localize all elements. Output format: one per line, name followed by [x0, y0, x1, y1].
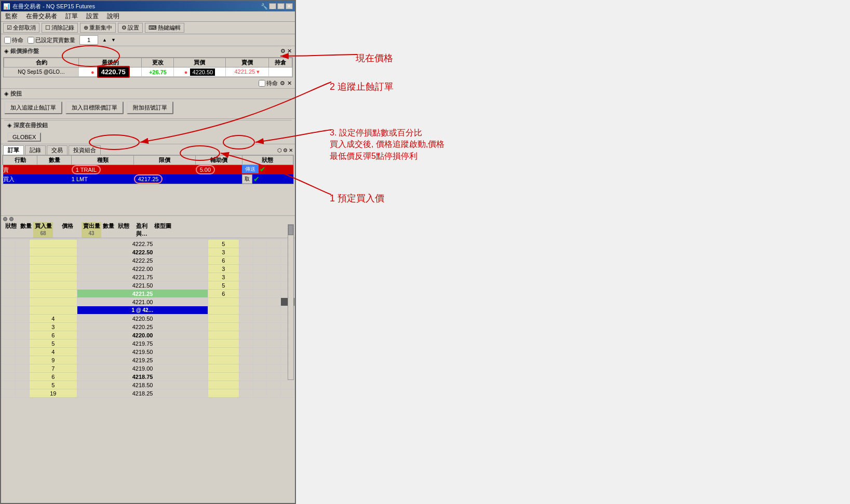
state-cell — [2, 240, 16, 248]
buy-action: 買入 — [3, 174, 37, 184]
quote-icon2[interactable]: ✕ — [287, 80, 292, 87]
ladder-row: 4222.50 3 — [2, 248, 295, 256]
qty2-cell — [239, 240, 253, 248]
settings-button[interactable]: ⚙ 設置 — [118, 23, 143, 33]
spinner-up[interactable]: ▲ — [102, 37, 107, 43]
hotkey-icon: ⌨ — [149, 24, 157, 31]
last-price-value: 4220.75 — [97, 66, 130, 78]
sell-status: 傳送 ✔ — [242, 165, 293, 173]
send-button[interactable]: 傳送 — [242, 165, 259, 173]
cancel-button[interactable]: 取 — [242, 174, 252, 184]
pnl-cell — [267, 240, 281, 248]
circle-btn-1[interactable] — [3, 217, 7, 221]
bid-value: 4220.50 — [190, 69, 215, 76]
qty-spinner[interactable] — [79, 35, 98, 45]
col-pnl-header: 盈利與… — [131, 222, 152, 238]
menu-orders[interactable]: 訂單 — [63, 12, 80, 21]
annotation-trail-stop: 2 追蹤止蝕訂單 — [330, 80, 394, 93]
deep-title: 深度在冊按鈕 — [14, 121, 48, 129]
quote-icon1[interactable]: ⚙ — [280, 80, 285, 87]
tab-trades[interactable]: 交易 — [47, 145, 68, 155]
buy-cell[interactable] — [29, 248, 77, 256]
minimize-button[interactable]: _ — [269, 3, 276, 9]
globex-button[interactable]: GLOBEX — [7, 132, 41, 142]
ladder-table: 4222.75 5 4222.50 3 — [1, 239, 295, 398]
sell-order-row: 賣 1 TRAIL 5.00 傳送 ✔ — [3, 165, 293, 175]
scrollbar[interactable] — [288, 224, 294, 380]
qty-checkbox[interactable] — [28, 37, 34, 44]
pending-checkbox[interactable] — [4, 37, 11, 44]
sell-cell[interactable]: 5 — [208, 240, 239, 248]
add-bracket-button[interactable]: 附加括號訂單 — [127, 101, 173, 114]
cancel-all-icon: ☑ — [7, 24, 12, 31]
order-tab-icon2[interactable]: ⚙ — [283, 147, 288, 153]
ladder-row: 4221.50 5 — [2, 281, 295, 290]
order-tab-icon1[interactable]: ⬡ — [277, 147, 282, 153]
buy-status: 取 ✔ — [242, 174, 293, 184]
add-target-limit-button[interactable]: 加入目標限價訂單 — [65, 101, 124, 114]
price-ladder: 4222.75 5 4222.50 3 — [1, 239, 295, 398]
close-button[interactable]: ✕ — [286, 3, 293, 9]
col-ask: 賣價 — [225, 58, 269, 67]
ladder-row: 7 4219.00 — [2, 364, 295, 373]
col-state-header: 狀態 — [3, 222, 19, 238]
contract-name[interactable]: NQ Sep15 @GLO… — [4, 67, 79, 77]
sell-aux: 5.00 — [196, 165, 242, 175]
deep-section: ◈ 深度在冊按鈕 GLOBEX — [1, 118, 295, 144]
sell-cell[interactable]: 3 — [208, 248, 239, 256]
price-bold[interactable]: 4220.00 — [77, 331, 208, 339]
title-icon-tools: 🔧 — [261, 3, 268, 10]
aux-indicator: 5.00 — [196, 165, 215, 174]
sell-type: 1 TRAIL — [72, 165, 134, 175]
ladder-cols: 狀態 數量 買入量 68 價格 賣出量 43 數量 狀態 盈利與… 樣型圖 — [1, 222, 295, 238]
col-buy-header: 買入量 68 — [33, 222, 53, 238]
maximize-button[interactable]: □ — [277, 3, 285, 9]
order-col-type: 種類 — [72, 156, 134, 165]
buttons-diamond: ◈ — [4, 90, 8, 97]
current-order-row: 1 @ 42… — [2, 306, 295, 315]
current-order-cell[interactable]: 1 @ 42… — [77, 306, 208, 315]
tab-orders[interactable]: 訂單 — [3, 145, 24, 155]
price-cell[interactable]: 4222.75 — [77, 240, 208, 248]
col-qty-header: 數量 — [19, 222, 33, 238]
settings-icon: ⚙ — [122, 24, 127, 31]
menu-help[interactable]: 說明 — [105, 12, 122, 21]
sell-limit — [134, 165, 196, 175]
pending2-label[interactable]: 待命 — [259, 79, 278, 87]
quote-table: 合約 最後的 更改 買價 賣價 持倉 NQ Sep15 @GLO… ● 4220… — [3, 57, 293, 77]
hotkey-button[interactable]: ⌨ 熱鍵編輯 — [145, 23, 184, 33]
diamond-icon: ◈ — [4, 48, 8, 55]
settings-small-icon[interactable]: ⚙ — [280, 48, 286, 54]
ladder-row: 3 4220.25 — [2, 323, 295, 331]
order-col-status: 狀態 — [242, 156, 293, 165]
scrollbar-thumb[interactable] — [288, 225, 293, 235]
recenter-button[interactable]: ⊕ 重新集中 — [80, 23, 116, 33]
order-col-action: 行動 — [3, 156, 37, 165]
ask-price-cell[interactable]: 4221.25 — [77, 290, 208, 298]
close-small-icon[interactable]: ✕ — [287, 48, 292, 54]
order-col-qty: 數量 — [37, 156, 72, 165]
buy-cell[interactable] — [29, 240, 77, 248]
tab-records[interactable]: 記錄 — [25, 145, 46, 155]
add-trail-stop-button[interactable]: 加入追蹤止蝕訂單 — [4, 101, 62, 114]
menu-settings[interactable]: 設置 — [84, 12, 101, 21]
menu-trader[interactable]: 在冊交易者 — [24, 12, 59, 21]
cancel-all-button[interactable]: ☑ 全部取消 — [3, 23, 39, 33]
menu-monitor[interactable]: 監察 — [3, 12, 20, 21]
annotation-current-price: 現在價格 — [356, 52, 393, 64]
quote-panel-icons: ⚙ ✕ — [280, 48, 292, 55]
pending2-checkbox[interactable] — [259, 80, 265, 87]
tab-portfolio[interactable]: 投資組合 — [69, 145, 101, 155]
circle-btn-2[interactable] — [9, 217, 14, 221]
spinner-down[interactable]: ▼ — [111, 37, 116, 43]
col-contract: 合約 — [4, 58, 79, 67]
deep-content: GLOBEX — [4, 130, 292, 143]
clear-records-button[interactable]: ☐ 消除記錄 — [42, 23, 78, 33]
buttons-section: 加入追蹤止蝕訂單 加入目標限價訂單 附加括號訂單 — [1, 99, 295, 118]
sell-qty — [37, 165, 72, 175]
buttons-title: 按扭 — [10, 90, 22, 98]
order-tab-icon3[interactable]: ✕ — [289, 147, 293, 153]
pending-checkbox-label[interactable]: 待命 — [4, 36, 23, 44]
price-cell[interactable]: 4222.50 — [77, 248, 208, 256]
qty-cell — [15, 248, 29, 256]
